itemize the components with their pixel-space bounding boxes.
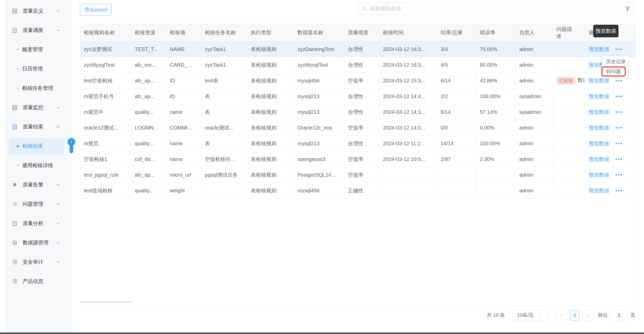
cell-rule-name: test空值检核 — [80, 73, 131, 89]
preview-data-link[interactable]: 预览数据 — [589, 125, 609, 131]
preview-data-link[interactable]: 预览数据 — [589, 172, 609, 178]
cell-exec-type: 表检核规则 — [247, 73, 294, 89]
more-actions-icon[interactable]: ••• — [615, 125, 623, 131]
more-actions-icon[interactable]: ••• — [615, 172, 623, 178]
cell-task-name: 空值检核任... — [201, 151, 247, 167]
cell-dimension: 正确性 — [344, 183, 379, 199]
sidebar-item-security-audit[interactable]: 安全审计 — [6, 252, 71, 272]
cell-problem-desc — [553, 167, 585, 183]
menu-item-to-issue[interactable]: 转问题 — [603, 67, 628, 76]
table-row[interactable]: m规范 quality... name 表 表检核规则 mysql213 合理性… — [80, 136, 635, 151]
cell-check-item: NAME — [166, 41, 201, 57]
cell-check-item: name — [166, 151, 201, 167]
sidebar-item-quality-results[interactable]: 质量结果 — [6, 117, 71, 136]
cell-problem-desc — [553, 136, 585, 151]
sidebar-item-general-check-details[interactable]: 通用检核详情 — [6, 156, 71, 175]
cell-task-name: zyzTask1 — [201, 57, 247, 73]
sidebar-nav: 质量定义 质量调度 频度管理 日历管理 检核任务管理 质量监控 质量结果 — [6, 1, 71, 291]
cell-error-rate: 0.00% — [476, 120, 516, 136]
cell-check-time: 2024-03-12 14:3... — [379, 104, 437, 120]
table-row[interactable]: zyzMysqlTest afc_em... CARD_... zyzTask1… — [80, 57, 635, 73]
results-table: 检核规则名称 检核资源 检核项 检核任务名称 执行类型 数据源名称 质量维度 检… — [80, 24, 635, 199]
col-header-resource: 检核资源 — [131, 24, 166, 41]
preview-data-link[interactable]: 预览数据 — [589, 46, 609, 52]
table-row[interactable]: 空值检核1 cof_dic... name 空值检核任... 表检核规则 ope… — [80, 151, 635, 167]
preview-data-link[interactable]: 预览数据 — [589, 188, 609, 193]
sidebar-collapse-button[interactable] — [68, 138, 75, 146]
cell-dimension: 合理性 — [344, 104, 379, 120]
sidebar-item-calendar-management[interactable]: 日历管理 — [6, 59, 71, 79]
table-row[interactable]: test值域检核 quality... weight 表检核规则 mysql45… — [80, 183, 635, 199]
bullet-dot-icon — [17, 49, 19, 50]
preview-data-link[interactable]: 预览数据 — [589, 156, 609, 162]
page-size-select[interactable]: 10条/页 — [510, 310, 548, 320]
chevron-down-icon — [56, 9, 60, 13]
preview-data-link[interactable]: 预览数据 — [589, 78, 609, 83]
cell-task-name: 表 — [201, 89, 247, 104]
sidebar-item-quality-definition[interactable]: 质量定义 — [6, 1, 71, 21]
more-actions-icon[interactable]: ••• — [615, 46, 623, 52]
prev-page-button[interactable] — [556, 310, 567, 320]
sidebar-item-quality-alerts[interactable]: 质量告警 — [6, 175, 71, 194]
sidebar-item-label: 检核任务管理 — [22, 85, 53, 92]
preview-data-link[interactable]: 预览数据 — [589, 141, 609, 146]
sidebar-item-datasource-management[interactable]: 数据源管理 — [6, 233, 71, 252]
sidebar-item-quality-analysis[interactable]: 质量分析 — [6, 214, 71, 233]
bell-icon — [12, 182, 18, 188]
cell-owner: admin — [516, 57, 553, 73]
table-row[interactable]: zyz达梦测试 TEST_T... NAME zyzTask1 表检核规则 zy… — [80, 41, 635, 57]
table-row[interactable]: test_pgsql_rule afc_ap... micro_url pgsq… — [80, 167, 635, 183]
cell-result-total: 2/87 — [437, 151, 476, 167]
sidebar-item-check-results[interactable]: 检核结果 — [6, 136, 71, 156]
more-actions-icon[interactable]: ••• — [615, 156, 623, 162]
cell-resource: LOGMN... — [131, 120, 166, 136]
cell-check-time: 2024-03-12 10:5... — [379, 151, 437, 167]
cell-exec-type: 表检核规则 — [247, 57, 294, 73]
sidebar-item-quality-monitoring[interactable]: 质量监控 — [6, 98, 71, 117]
total-count-label: 共 10 条 — [487, 312, 505, 319]
sidebar-item-frequency-management[interactable]: 频度管理 — [6, 40, 71, 59]
pagination: 共 10 条 10条/页 1 前往 页 — [80, 310, 635, 321]
cell-check-item: micro_url — [166, 167, 201, 183]
table-row[interactable]: m规范中 quality... name 表 表检核规则 mysql213 合理… — [80, 104, 635, 120]
cell-operation: 预览数据••• — [585, 89, 635, 104]
cell-exec-type: 表检核规则 — [247, 151, 294, 167]
preview-data-link[interactable]: 预览数据 — [589, 109, 609, 115]
table-header: 检核规则名称 检核资源 检核项 检核任务名称 执行类型 数据源名称 质量维度 检… — [80, 24, 635, 41]
more-actions-icon[interactable]: ••• — [615, 188, 623, 193]
sidebar-item-check-task-management[interactable]: 检核任务管理 — [6, 79, 71, 98]
next-page-button[interactable] — [582, 310, 594, 320]
more-actions-icon[interactable]: ••• — [615, 141, 623, 146]
cell-problem-desc — [553, 104, 585, 120]
chevron-down-icon — [56, 241, 60, 245]
sidebar-item-quality-scheduling[interactable]: 质量调度 — [6, 21, 71, 40]
more-actions-icon[interactable]: ••• — [615, 109, 623, 115]
cell-dimension: 合理性 — [344, 57, 379, 73]
cell-datasource: mysql456 — [294, 183, 344, 199]
chevron-down-icon — [56, 221, 60, 226]
preview-data-link[interactable]: 预览数据 — [589, 93, 609, 99]
page-number-button[interactable]: 1 — [570, 310, 579, 320]
sidebar-item-label: 安全审计 — [23, 259, 43, 266]
export-excel-button[interactable]: 导出excel — [80, 4, 112, 16]
filter-funnel-icon[interactable] — [625, 6, 630, 11]
horizontal-scrollbar[interactable] — [80, 301, 131, 303]
table-row[interactable]: test空值检核 afc_ap... ID test表 表检核规则 mysql4… — [80, 73, 635, 89]
sidebar-item-label: 问题管理 — [23, 201, 43, 208]
sidebar-item-issue-management[interactable]: 问题管理 — [6, 194, 71, 214]
search-input[interactable] — [370, 5, 625, 12]
cell-rule-name: 空值检核1 — [80, 151, 131, 167]
search-box — [358, 3, 634, 15]
menu-item-history[interactable]: 历史记录 — [603, 57, 628, 67]
col-header-owner: 负责人 — [516, 24, 553, 41]
sidebar-item-product-info[interactable]: 产品信息 — [6, 272, 71, 291]
cell-rule-name: m规范手机号 — [80, 89, 131, 104]
more-actions-icon[interactable]: ••• — [615, 93, 623, 99]
goto-page-input[interactable] — [610, 310, 628, 320]
table-row[interactable]: oracle12测试... LOGMN... COMMI... oracle测试… — [80, 120, 635, 136]
table-row[interactable]: m规范手机号 afc_ap... ID 表 表检核规则 mysql213 合理性… — [80, 89, 635, 104]
cell-exec-type: 表检核规则 — [247, 41, 294, 57]
document-icon — [12, 27, 18, 33]
more-actions-icon[interactable]: ••• — [615, 78, 623, 83]
cell-owner: admin — [516, 136, 553, 151]
